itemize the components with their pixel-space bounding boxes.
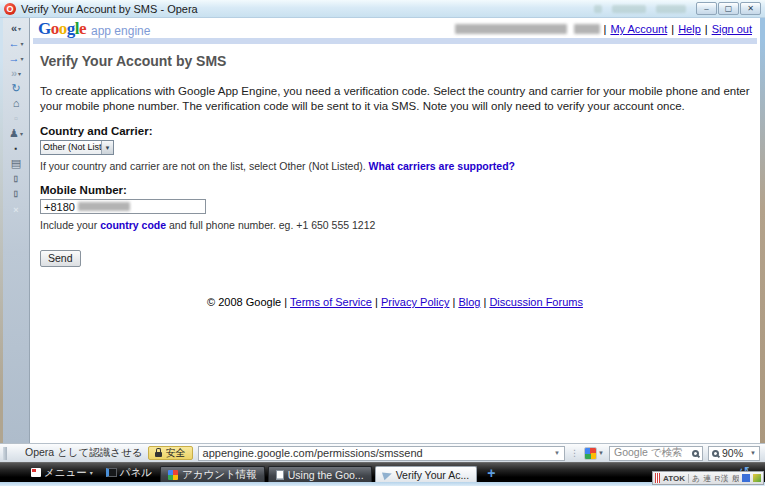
ghost-artifact: [594, 5, 602, 13]
separator-dots: ⋮: [570, 448, 579, 458]
my-account-link[interactable]: My Account: [610, 23, 667, 35]
fast-forward-icon[interactable]: »▾: [11, 66, 21, 81]
mobile-number-input[interactable]: +8180: [40, 199, 206, 214]
search-go-icon[interactable]: [692, 450, 699, 457]
country-code-link[interactable]: country code: [100, 219, 166, 231]
rewind-glyph: «: [11, 23, 17, 34]
home-icon[interactable]: ⌂: [13, 96, 20, 111]
country-carrier-label: Country and Carrier:: [40, 125, 750, 137]
tab-verify-your-account[interactable]: Verify Your Ac...: [375, 466, 478, 483]
maximize-button[interactable]: ▢: [718, 2, 739, 15]
navigation-sidebar: «▾ ←▾ →▾ »▾ ↻ ⌂ ▫ ♟▾ ▪ ▤ ▯ ▯ ×: [3, 18, 30, 443]
url-input[interactable]: appengine.google.com/permissions/smssend…: [198, 446, 565, 461]
panel-button[interactable]: パネル: [101, 464, 157, 482]
close-button[interactable]: ✕: [740, 2, 761, 15]
rewind-icon[interactable]: «▾: [11, 21, 21, 36]
browser-viewport: Google app engine | My Account | Help | …: [30, 18, 760, 443]
select-dropdown-icon[interactable]: ▼: [101, 141, 113, 154]
send-button[interactable]: Send: [40, 250, 81, 267]
app-engine-logo-text: app engine: [91, 24, 150, 38]
tile-windows-icon[interactable]: ▯: [14, 171, 18, 186]
mobile-help-text: Include your country code and full phone…: [40, 219, 750, 231]
fit-to-width-icon[interactable]: ▫: [14, 111, 18, 126]
menu-icon: [31, 468, 41, 477]
ime-palette-icon[interactable]: [753, 474, 761, 482]
user-glyph: ♟: [9, 128, 19, 139]
page-title: Verify Your Account by SMS: [40, 53, 750, 69]
reload-icon[interactable]: ↻: [11, 81, 20, 96]
blurred-phone-digits: [78, 202, 130, 211]
separator: |: [483, 296, 486, 308]
discussion-forums-link[interactable]: Discussion Forums: [489, 296, 583, 308]
zoom-level-value: 90%: [722, 447, 743, 459]
ime-tool-icon[interactable]: [742, 474, 750, 482]
security-label: 安全: [166, 446, 186, 460]
user-icon[interactable]: ♟▾: [9, 126, 23, 141]
window-title: Verify Your Account by SMS - Opera: [21, 3, 198, 15]
fast-forward-dropdown-icon[interactable]: ▾: [18, 71, 21, 77]
reload-glyph: ↻: [11, 83, 20, 94]
new-tab-button[interactable]: +: [480, 465, 502, 481]
logo-letter: g: [67, 19, 75, 38]
country-help-text: If your country and carrier are not on t…: [40, 160, 750, 172]
print-glyph: ▤: [11, 158, 21, 169]
terms-of-service-link[interactable]: Terms of Service: [290, 296, 372, 308]
blurred-email: [455, 24, 567, 34]
tab-using-the-google[interactable]: Using the Goo...: [268, 466, 372, 483]
ink-glyph: ▪: [15, 145, 18, 153]
zoom-control[interactable]: 90% ▼: [708, 446, 760, 461]
menu-label: メニュー: [44, 466, 87, 480]
tab-bar: メニュー ▾ パネル アカウント情報 Using the Goo... Veri…: [0, 462, 765, 482]
window-border-bottom: [0, 482, 765, 486]
fit-glyph: ▫: [14, 113, 18, 124]
close-toolbar-glyph: ×: [13, 206, 18, 215]
page-body: Verify Your Account by SMS To create app…: [30, 44, 760, 308]
google-logo[interactable]: Google: [38, 21, 86, 37]
ghost-artifact: [612, 5, 646, 13]
blurred-email-domain: [574, 24, 600, 34]
sign-out-link[interactable]: Sign out: [712, 23, 752, 35]
print-icon[interactable]: ▤: [11, 156, 21, 171]
title-bar: O Verify Your Account by SMS - Opera – ▢…: [0, 0, 765, 18]
user-dropdown-icon[interactable]: ▾: [20, 131, 23, 137]
menu-button[interactable]: メニュー ▾: [26, 464, 98, 482]
back-icon[interactable]: ←▾: [8, 36, 23, 51]
logo-letter: G: [38, 19, 51, 38]
close-toolbar-icon[interactable]: ×: [13, 203, 18, 218]
blog-link[interactable]: Blog: [458, 296, 480, 308]
forward-dropdown-icon[interactable]: ▾: [20, 56, 23, 62]
page-footer: © 2008 Google | Terms of Service | Priva…: [40, 296, 750, 308]
help-link[interactable]: Help: [678, 23, 701, 35]
identify-as-dropdown[interactable]: Opera として認識させる: [25, 446, 143, 460]
fast-forward-glyph: »: [11, 68, 17, 79]
url-dropdown-icon[interactable]: ▼: [554, 450, 560, 456]
search-placeholder: Google で検索: [614, 446, 683, 460]
privacy-policy-link[interactable]: Privacy Policy: [381, 296, 449, 308]
copyright-text: © 2008 Google: [207, 296, 281, 308]
ime-drag-handle[interactable]: [655, 473, 660, 483]
search-engine-selector[interactable]: ▼: [584, 447, 604, 460]
security-badge[interactable]: 安全: [148, 446, 193, 460]
ime-mode-buttons[interactable]: あ 連 R漢 般: [692, 473, 739, 484]
country-carrier-select[interactable]: Other (Not Listed) ▼: [40, 140, 114, 155]
zoom-dropdown-icon[interactable]: ▼: [750, 450, 756, 456]
separator: |: [375, 296, 378, 308]
search-engine-dropdown-icon[interactable]: ▼: [598, 450, 604, 456]
forward-icon[interactable]: →▾: [8, 51, 23, 66]
document-favicon: [276, 470, 284, 480]
minimize-button[interactable]: –: [696, 2, 717, 15]
opera-logo-icon[interactable]: O: [4, 3, 16, 15]
window-controls: – ▢ ✕: [696, 2, 761, 15]
tab-account-info[interactable]: アカウント情報: [160, 466, 265, 483]
rewind-dropdown-icon[interactable]: ▾: [18, 26, 21, 32]
ink-icon[interactable]: ▪: [15, 141, 18, 156]
cascade-windows-icon[interactable]: ▯: [14, 186, 18, 201]
search-input[interactable]: Google で検索: [609, 446, 703, 461]
logo-letter: o: [59, 19, 67, 38]
what-carriers-link[interactable]: What carriers are supported?: [369, 160, 515, 172]
google-favicon: [168, 470, 178, 480]
logo-letter: e: [79, 19, 86, 38]
country-carrier-selected-value: Other (Not Listed): [41, 141, 101, 154]
back-dropdown-icon[interactable]: ▾: [20, 41, 23, 47]
ime-name-button[interactable]: ATOK: [663, 474, 689, 483]
